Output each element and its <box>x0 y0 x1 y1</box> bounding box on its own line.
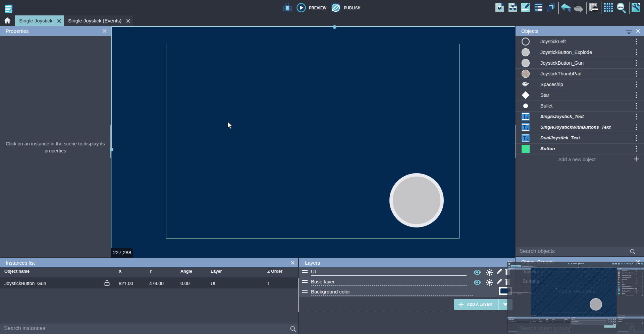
svg-text:x: x <box>527 127 529 131</box>
svg-text:T: T <box>523 114 526 120</box>
svg-text:1:1: 1:1 <box>639 263 640 264</box>
svg-text:x: x <box>527 138 529 141</box>
svg-text:T: T <box>523 125 526 130</box>
svg-text:x: x <box>527 116 529 120</box>
svg-text:T: T <box>523 135 526 141</box>
svg-text:1:1: 1:1 <box>618 5 623 8</box>
